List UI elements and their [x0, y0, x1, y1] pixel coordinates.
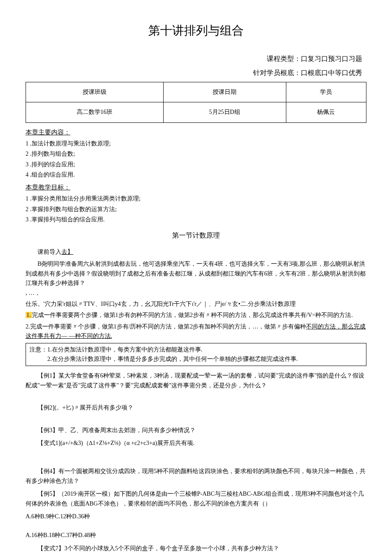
import-paragraph-2: 仕乐。'穴力采'r姐以〃TTV、I叫口y4玄，力，幺兀阳光Tr干六下ι'r／｜、…: [26, 299, 366, 309]
header-class: 授课班级: [26, 82, 164, 102]
step-rule-2: 2.完成一件事需要〃个步骤，做第1步有/历种不同的方法，做第2步有加种不同的方法…: [26, 322, 366, 341]
import-p1-text: B尧明同学准备周六从射洪到成都去玩，他可选择乘坐汽车，一天有4班，也可选择火车，…: [26, 259, 366, 288]
page-title: 第十讲排列与组合: [26, 21, 366, 41]
import-label: 课前导入: [37, 249, 61, 255]
note-box: 注意：1.在分类加法计数原理中，每类方案中的方法都能逖这件事. 2.在分步乘法计…: [26, 343, 366, 366]
content-item-1: 1 .加法计数原理与乘法计数原理;: [26, 139, 366, 148]
variant-7: 【变式7】3个不同的小球放入5个不同的盒子，每个盒子至多放一个小球，共有多少种方…: [26, 544, 366, 553]
content-heading: 本章主要内容：: [26, 127, 366, 137]
note-line-1: 注意：1.在分类加法计数原理中，每类方案中的方法都能逖这件事.: [29, 345, 363, 355]
table-row: 高二数学16班 5月25日D组 杨佩云: [26, 102, 366, 122]
example-5-choices: A.6种B.9种C.12种D.36种: [26, 512, 366, 521]
example-4: 【例4】有一个圆被两相交弦分成四块，现用5种不同的颜料给这四块涂色，要求相邻的两…: [26, 467, 366, 486]
course-type-line: 课程类型：口复习口预习口习题: [26, 53, 366, 64]
step2-text-a: 2.完成一件事需要〃个步骤，做第1步有/历种不同的方法，做第2步有加种不同的方法…: [26, 323, 306, 330]
cell-class: 高二数学16班: [26, 102, 164, 122]
content-item-4: 4 .组合的综合应用.: [26, 170, 366, 180]
import-dots: , …，: [26, 290, 40, 296]
example-1: 【例1】某大学食堂备有6种荤菜，5种素菜，3种汤，现要配成一荤一素一汤的套餐，试…: [26, 371, 366, 390]
example-5: 【例5】（2019·南开区一模）如下图的几何体是由一个三棱锥P-ABC与三棱柱A…: [26, 489, 366, 509]
step1-text: 完成一件事需要两个步骤，做第1步有勿种不同的方法，做第2步有〃种不同的方法，那么…: [32, 312, 353, 318]
note-line-2: 2.在分步乘法计数原理中，事情是分多多步完成的，其中任何一个单独的步骤都孞能完成…: [29, 355, 363, 364]
example-5b-choices: A.16种B.18种C.37种D.48种: [26, 531, 366, 540]
goal-item-1: 1 .掌握分类用加法分步用乘法两类计数原理;: [26, 194, 366, 203]
goal-item-3: 3 .掌握排列与组合的综合应用.: [26, 215, 366, 224]
content-item-3: 3 .排列的综合应用;: [26, 160, 366, 169]
example-3: 【例3】甲、乙、丙准备周末出去郊游，问共有多少种情况？: [26, 426, 366, 435]
info-table: 授课班级 授课日期 学员 高二数学16班 5月25日D组 杨佩云: [26, 82, 366, 123]
goal-item-2: 2 .掌握排列数与组合数的运算方法;: [26, 205, 366, 214]
content-list: 1 .加法计数原理与乘法计数原理; 2 .排列数与组合数; 3 .排列的综合应用…: [26, 139, 366, 180]
cell-date: 5月25日D组: [163, 102, 286, 122]
import-label-line: 课前导入去】: [26, 247, 366, 257]
header-student: 学员: [286, 82, 366, 102]
goal-list: 1 .掌握分类用加法分步用乘法两类计数原理; 2 .掌握排列数与组合数的运算方法…: [26, 194, 366, 224]
import-suffix: 去】: [61, 249, 73, 255]
student-basis-line: 针对学员根底：口根底口中等口优秀: [26, 67, 366, 78]
cell-student: 杨佩云: [286, 102, 366, 122]
section1-title: 第一节计数原理: [26, 230, 366, 241]
import-paragraph-1: B尧明同学准备周六从射洪到成都去玩，他可选择乘坐汽车，一天有4班，也可选择火车，…: [26, 259, 366, 298]
variant-1: 【变式1](a+/+&3)（∆1+Z⅛+Z⅛)（α +c2+c3+a)展开后共有…: [26, 439, 366, 448]
step1-number-highlight: 1.: [26, 312, 32, 318]
header-date: 授课日期: [163, 82, 286, 102]
example-2: 【例2](。+匕)〃展开后共有多少项？: [26, 403, 366, 413]
content-item-2: 2 .排列数与组合数;: [26, 149, 366, 159]
table-header-row: 授课班级 授课日期 学员: [26, 82, 366, 102]
step-rule-1: 1.完成一件事需要两个步骤，做第1步有勿种不同的方法，做第2步有〃种不同的方法，…: [26, 311, 366, 320]
goal-heading: 本章教学目标：: [26, 182, 366, 192]
